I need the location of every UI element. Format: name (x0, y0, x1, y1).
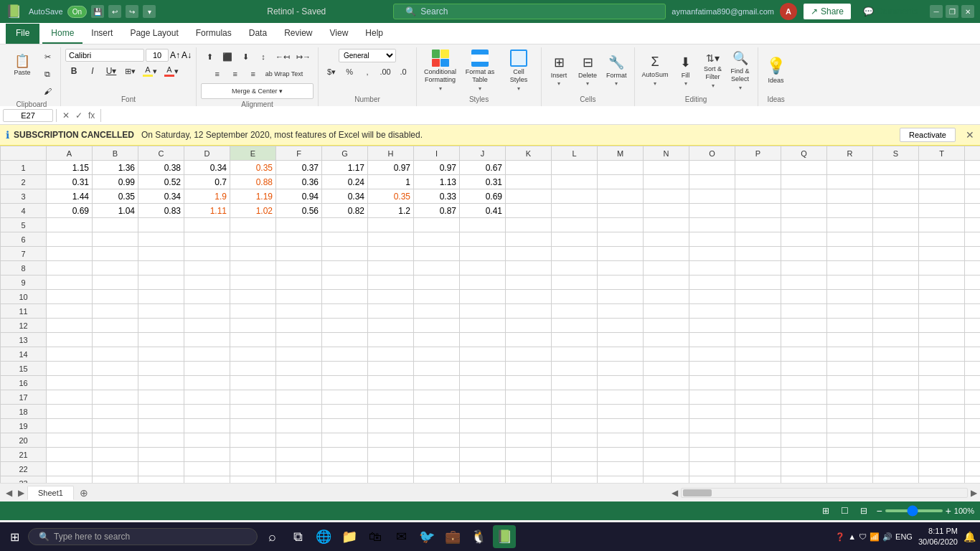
cell-a1[interactable]: 1.15 (47, 161, 93, 175)
decimal-decrease-button[interactable]: .0 (395, 64, 412, 80)
tab-page-layout[interactable]: Page Layout (121, 24, 187, 44)
spreadsheet-table-wrapper[interactable]: A B C D E F G H I J K L M N O P Q (0, 146, 980, 483)
cell-h1[interactable]: 0.97 (368, 161, 414, 175)
font-family-select[interactable] (65, 49, 144, 62)
col-header-g[interactable]: G (322, 146, 368, 161)
cell-c2[interactable]: 0.52 (138, 175, 184, 189)
formula-insert-function-button[interactable]: fx (85, 110, 98, 121)
align-right-button[interactable]: ≡ (245, 66, 262, 82)
redo-icon[interactable]: ↪ (126, 5, 138, 18)
cell-i3[interactable]: 0.33 (414, 189, 460, 204)
tab-insert[interactable]: Insert (83, 24, 121, 44)
tab-home[interactable]: Home (42, 24, 83, 44)
taskbar-excel-active-button[interactable]: 📗 (493, 525, 516, 548)
tab-view[interactable]: View (321, 24, 357, 44)
col-header-o[interactable]: O (689, 146, 735, 161)
restore-button[interactable]: ❐ (946, 5, 958, 18)
taskbar-twitter-button[interactable]: 🐦 (415, 525, 438, 548)
taskbar-dropbox-button[interactable]: 🐧 (467, 525, 490, 548)
zoom-increase-button[interactable]: + (946, 505, 951, 517)
tab-data[interactable]: Data (240, 24, 275, 44)
taskbar-edge-button[interactable]: 🌐 (312, 525, 335, 548)
cell-q3[interactable] (781, 189, 827, 204)
col-header-k[interactable]: K (506, 146, 552, 161)
row-header-15[interactable]: 15 (1, 362, 47, 376)
row-header-4[interactable]: 4 (1, 204, 47, 218)
cell-d4[interactable]: 1.11 (184, 204, 230, 218)
cell-styles-button[interactable]: CellStyles ▾ (501, 48, 537, 93)
align-middle-button[interactable]: ⬛ (219, 49, 236, 65)
cell-r4[interactable] (827, 204, 873, 218)
col-header-r[interactable]: R (827, 146, 873, 161)
autosum-button[interactable]: Σ AutoSum ▾ (639, 53, 672, 89)
format-as-table-button[interactable]: Format asTable ▾ (462, 48, 498, 93)
row-header-13[interactable]: 13 (1, 333, 47, 347)
cell-k3[interactable] (506, 189, 552, 204)
cell-o3[interactable] (689, 189, 735, 204)
indent-increase-button[interactable]: ↦→ (293, 49, 314, 65)
formula-input[interactable] (104, 110, 977, 121)
cell-s4[interactable] (873, 204, 919, 218)
cell-f1[interactable]: 0.37 (276, 161, 322, 175)
row-header-22[interactable]: 22 (1, 462, 47, 476)
taskbar-help-icon[interactable]: ❓ (835, 532, 845, 542)
cell-f4[interactable]: 0.56 (276, 204, 322, 218)
row-header-19[interactable]: 19 (1, 419, 47, 433)
col-header-c[interactable]: C (138, 146, 184, 161)
cell-f3[interactable]: 0.94 (276, 189, 322, 204)
cell-b1[interactable]: 1.36 (93, 161, 138, 175)
underline-button[interactable]: U▾ (103, 63, 120, 79)
wrap-text-button[interactable]: ab Wrap Text (263, 66, 306, 82)
cell-j1[interactable]: 0.67 (460, 161, 506, 175)
ideas-button[interactable]: 💡 Ideas (763, 53, 789, 89)
cell-h2[interactable]: 1 (368, 175, 414, 189)
taskbar-network-icon[interactable]: 📶 (870, 532, 880, 542)
cell-a2[interactable]: 0.31 (47, 175, 93, 189)
share-button[interactable]: ↗ Share (803, 3, 852, 20)
sheet-tab-sheet1[interactable]: Sheet1 (27, 486, 74, 500)
cell-u3[interactable] (965, 189, 981, 204)
col-header-s[interactable]: S (873, 146, 919, 161)
cell-b2[interactable]: 0.99 (93, 175, 138, 189)
taskbar-store-button[interactable]: 🛍 (364, 525, 387, 548)
cell-ref-box[interactable] (3, 109, 53, 122)
cell-q4[interactable] (781, 204, 827, 218)
text-direction-button[interactable]: ↕ (255, 49, 272, 65)
row-header-10[interactable]: 10 (1, 290, 47, 304)
cell-s3[interactable] (873, 189, 919, 204)
cell-t2[interactable] (919, 175, 965, 189)
autosave-toggle[interactable]: On (67, 6, 87, 18)
row-header-20[interactable]: 20 (1, 433, 47, 448)
cell-c1[interactable]: 0.38 (138, 161, 184, 175)
paste-button[interactable]: 📋 Paste (7, 47, 37, 83)
row-header-12[interactable]: 12 (1, 319, 47, 333)
col-header-t[interactable]: T (919, 146, 965, 161)
tab-file[interactable]: File (6, 24, 39, 44)
cell-i1[interactable]: 0.97 (414, 161, 460, 175)
col-header-n[interactable]: N (644, 146, 689, 161)
comments-button[interactable]: 💬 Comments (857, 4, 924, 19)
cell-a4[interactable]: 0.69 (47, 204, 93, 218)
save-icon[interactable]: 💾 (91, 5, 104, 18)
sheet-nav-prev[interactable]: ◀ (3, 488, 15, 498)
col-header-u[interactable]: U (965, 146, 981, 161)
cell-h3[interactable]: 0.35 (368, 189, 414, 204)
zoom-slider[interactable] (885, 509, 943, 512)
cell-u2[interactable] (965, 175, 981, 189)
col-header-a[interactable]: A (47, 146, 93, 161)
col-header-e[interactable]: E (230, 146, 276, 161)
col-header-h[interactable]: H (368, 146, 414, 161)
cell-r1[interactable] (827, 161, 873, 175)
scroll-left-button[interactable]: ◀ (672, 488, 678, 498)
cell-e1[interactable]: 0.35 (230, 161, 276, 175)
cell-n2[interactable] (644, 175, 689, 189)
sort-filter-button[interactable]: ⇅▾ Sort &Filter ▾ (700, 51, 726, 90)
taskbar-start-button[interactable]: ⊞ (4, 527, 25, 547)
italic-button[interactable]: I (84, 63, 101, 79)
format-painter-button[interactable]: 🖌 (39, 83, 56, 99)
cell-n3[interactable] (644, 189, 689, 204)
delete-button[interactable]: ⊟ Delete ▾ (575, 53, 600, 89)
user-avatar[interactable]: A (780, 3, 797, 20)
row-header-7[interactable]: 7 (1, 247, 47, 261)
col-header-i[interactable]: I (414, 146, 460, 161)
